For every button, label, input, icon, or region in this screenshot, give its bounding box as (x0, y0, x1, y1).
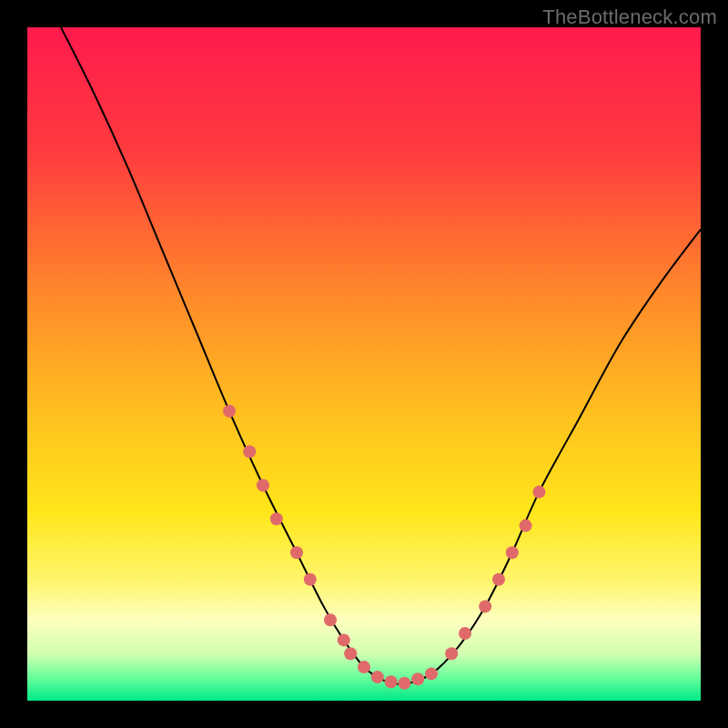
bottleneck-chart (27, 27, 701, 701)
highlight-dot (270, 512, 283, 525)
highlight-dot (479, 600, 491, 612)
watermark-text: TheBottleneck.com (542, 5, 717, 29)
gradient-background (27, 27, 701, 701)
highlight-dot (304, 573, 317, 586)
highlight-dot (358, 661, 370, 673)
highlight-dot (520, 520, 532, 532)
highlight-dot (243, 445, 256, 458)
highlight-dot (324, 613, 337, 626)
highlight-dot (371, 671, 384, 683)
highlight-dot (338, 633, 350, 646)
highlight-dot (459, 627, 471, 640)
highlight-dot (398, 677, 410, 690)
highlight-dot (445, 647, 458, 660)
highlight-dot (223, 405, 236, 418)
highlight-dot (425, 667, 438, 680)
highlight-dot (344, 647, 357, 660)
highlight-dot (492, 573, 505, 586)
chart-frame (27, 27, 701, 701)
highlight-dot (506, 546, 519, 559)
highlight-dot (411, 672, 424, 685)
highlight-dot (532, 486, 545, 499)
highlight-dot (257, 479, 269, 491)
highlight-dot (290, 546, 303, 559)
highlight-dot (385, 675, 398, 688)
